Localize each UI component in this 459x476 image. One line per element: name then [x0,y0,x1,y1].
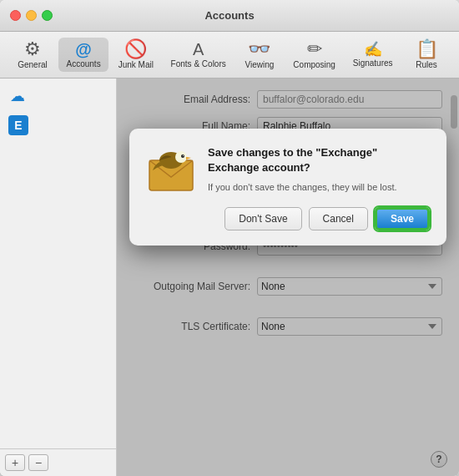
dialog-header: Save changes to the "Exchange" Exchange … [146,145,430,195]
svg-point-3 [181,154,184,158]
toolbar-item-general[interactable]: ⚙ General [8,37,57,73]
accounts-icon: @ [75,41,92,58]
toolbar-label-general: General [18,60,48,69]
rules-icon: 📋 [416,40,438,58]
add-account-button[interactable]: + [5,454,25,471]
svg-point-4 [183,155,184,156]
toolbar-item-rules[interactable]: 📋 Rules [402,37,451,73]
toolbar-label-viewing: Viewing [245,60,275,69]
sidebar-item-icloud[interactable]: ☁ [0,82,116,110]
toolbar-label-junk-mail: Junk Mail [119,60,154,69]
remove-account-button[interactable]: − [28,454,48,471]
dialog-buttons: Don't Save Cancel Save [146,207,430,230]
toolbar-label-fonts-colors: Fonts & Colors [171,59,226,68]
icloud-icon: ☁ [8,87,27,105]
junk-mail-icon: 🚫 [124,40,147,58]
toolbar-item-fonts-colors[interactable]: A Fonts & Colors [163,38,234,72]
save-dialog: Save changes to the "Exchange" Exchange … [129,129,446,246]
main-window: Accounts ⚙ General @ Accounts 🚫 Junk Mai… [0,0,459,476]
sidebar-items: ☁ E [0,78,116,448]
fonts-colors-icon: A [193,41,204,58]
dialog-text: Save changes to the "Exchange" Exchange … [208,145,430,195]
title-bar: Accounts [0,0,459,32]
dialog-message: If you don't save the changes, they will… [208,180,430,195]
content-panel: Email Address: Full Name: Internal Serve… [117,78,459,476]
composing-icon: ✏ [307,40,322,58]
sidebar: ☁ E + − [0,78,117,476]
signatures-icon: ✍ [364,42,382,57]
mail-icon-svg [146,145,196,195]
toolbar-item-accounts[interactable]: @ Accounts [58,38,108,72]
dont-save-button[interactable]: Don't Save [224,207,301,230]
toolbar-label-rules: Rules [416,60,437,69]
dialog-title: Save changes to the "Exchange" Exchange … [208,145,430,175]
cancel-button[interactable]: Cancel [309,207,368,230]
sidebar-item-exchange[interactable]: E [0,110,116,140]
dialog-overlay: Save changes to the "Exchange" Exchange … [117,78,459,476]
save-button[interactable]: Save [375,207,430,230]
mail-app-icon [146,145,196,195]
toolbar-item-composing[interactable]: ✏ Composing [285,37,343,73]
main-content: ☁ E + − Email Address: Full Name: [0,78,459,476]
toolbar-item-signatures[interactable]: ✍ Signatures [345,38,401,71]
exchange-icon: E [8,115,28,135]
close-button[interactable] [10,10,21,21]
maximize-button[interactable] [42,10,53,21]
traffic-lights [10,10,53,21]
toolbar-item-junk-mail[interactable]: 🚫 Junk Mail [110,37,161,73]
window-title: Accounts [204,9,254,22]
sidebar-bottom: + − [0,448,116,476]
toolbar-label-accounts: Accounts [67,59,101,68]
toolbar-item-viewing[interactable]: 👓 Viewing [235,37,284,73]
general-icon: ⚙ [24,40,41,58]
viewing-icon: 👓 [248,40,270,58]
minimize-button[interactable] [26,10,37,21]
svg-point-2 [175,151,187,163]
toolbar-label-composing: Composing [293,60,335,69]
toolbar-label-signatures: Signatures [353,58,393,68]
toolbar: ⚙ General @ Accounts 🚫 Junk Mail A Fonts… [0,32,459,78]
